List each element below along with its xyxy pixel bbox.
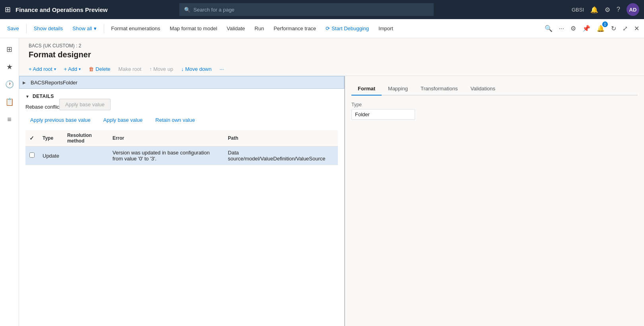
retain-own-value-button[interactable]: Retain own value — [151, 115, 200, 125]
left-sidebar: ⊞ ★ 🕐 📋 ≡ — [0, 38, 19, 326]
toolbar-right-icons: 🔍 ··· ⚙ 📌 🔔 0 ↻ ⤢ ✕ — [543, 23, 641, 34]
sidebar-workspaces-icon[interactable]: 📋 — [2, 94, 17, 110]
details-header[interactable]: ▼ DETAILS — [25, 94, 338, 99]
path-cell: Data source/model/ValueDefinition/ValueS… — [224, 146, 338, 165]
import-button[interactable]: Import — [374, 23, 397, 34]
page-header: BACS (UK CUSTOM) : 2 Format designer — [19, 38, 644, 62]
type-label: Type — [351, 102, 638, 107]
show-all-chevron: ▾ — [94, 25, 97, 31]
add-root-button[interactable]: + Add root ▾ — [25, 64, 59, 74]
type-value: Folder — [351, 109, 415, 120]
search-icon: 🔍 — [184, 7, 190, 13]
show-all-button[interactable]: Show all ▾ — [68, 23, 100, 34]
start-debugging-button[interactable]: ⟳ Start Debugging — [322, 23, 373, 34]
details-collapse-icon: ▼ — [25, 94, 29, 99]
expand-icon: ▶ — [23, 80, 29, 85]
col-type-header: Type — [39, 130, 63, 146]
avatar[interactable]: AD — [627, 3, 639, 16]
make-root-button: Make root — [115, 64, 145, 74]
apply-base-value-popup: Apply base value — [59, 99, 111, 110]
add-root-chevron: ▾ — [54, 67, 56, 71]
delete-button[interactable]: 🗑 Delete — [85, 64, 114, 74]
more-options-button[interactable]: ··· — [216, 64, 227, 74]
validate-button[interactable]: Validate — [223, 23, 249, 34]
move-down-button[interactable]: ↓ Move down — [178, 64, 215, 74]
table-row[interactable]: Update Version was updated in base confi… — [25, 146, 338, 165]
sep1 — [26, 24, 27, 33]
resolution-method-cell — [63, 146, 109, 165]
apply-previous-base-value-button[interactable]: Apply previous base value — [25, 115, 95, 125]
details-section: ▼ DETAILS Rebase conflicts (1) Apply bas… — [19, 89, 344, 170]
save-button[interactable]: Save — [3, 23, 23, 34]
apply-base-value-button[interactable]: Apply base value — [99, 115, 147, 125]
type-cell: Update — [39, 146, 63, 165]
content-split: ▶ BACSReportsFolder ▼ DETAILS Rebase con… — [19, 76, 644, 326]
resolved-cell — [25, 146, 39, 165]
format-tabs: Format Mapping Transformations Validatio… — [351, 82, 638, 96]
action-buttons: Apply base value Apply previous base val… — [25, 115, 338, 125]
add-chevron: ▾ — [79, 67, 81, 71]
breadcrumb: BACS (UK CUSTOM) : 2 — [29, 43, 634, 49]
conflicts-table: ✓ Type Resolution method Error — [25, 130, 338, 165]
move-up-button: ↑ Move up — [146, 64, 177, 74]
col-resolved-header: ✓ — [25, 130, 39, 146]
sidebar-menu-icon[interactable]: ≡ — [2, 111, 17, 127]
more-icon[interactable]: ··· — [557, 23, 566, 34]
add-button[interactable]: + Add ▾ — [61, 64, 84, 74]
search-input[interactable] — [194, 7, 429, 13]
resolved-checkbox[interactable] — [29, 152, 35, 158]
tree-item-label: BACSReportsFolder — [31, 80, 78, 86]
search-icon-toolbar[interactable]: 🔍 — [543, 23, 554, 34]
refresh-icon[interactable]: ↻ — [609, 23, 618, 34]
tab-validations[interactable]: Validations — [464, 82, 502, 96]
select-all-checkbox[interactable]: ✓ — [29, 135, 34, 141]
format-toolbar: + Add root ▾ + Add ▾ 🗑 Delete Make root … — [19, 62, 644, 76]
close-icon[interactable]: ✕ — [632, 23, 641, 34]
user-code: GBSI — [572, 7, 584, 13]
tab-transformations[interactable]: Transformations — [414, 82, 464, 96]
details-title: DETAILS — [33, 94, 54, 99]
main-layout: ⊞ ★ 🕐 📋 ≡ BACS (UK CUSTOM) : 2 Format de… — [0, 38, 644, 326]
grid-icon[interactable]: ⊞ — [5, 5, 11, 14]
map-format-button[interactable]: Map format to model — [166, 23, 221, 34]
top-bar-right: GBSI 🔔 ⚙ ? AD — [572, 3, 639, 16]
pin-icon[interactable]: 📌 — [581, 23, 592, 34]
app-title: Finance and Operations Preview — [16, 6, 108, 13]
performance-trace-button[interactable]: Performance trace — [270, 23, 320, 34]
notification-badge-icon[interactable]: 🔔 0 — [595, 23, 606, 34]
page-title: Format designer — [29, 50, 634, 59]
run-button[interactable]: Run — [250, 23, 268, 34]
col-resolution-method-header: Resolution method — [63, 130, 109, 146]
tab-mapping[interactable]: Mapping — [382, 82, 414, 96]
sidebar-recent-icon[interactable]: 🕐 — [2, 76, 17, 92]
main-toolbar: Save Show details Show all ▾ Format enum… — [0, 19, 644, 38]
expand-icon[interactable]: ⤢ — [621, 23, 629, 34]
col-path-header: Path — [224, 130, 338, 146]
help-icon[interactable]: ? — [617, 6, 620, 13]
col-error-header: Error — [109, 130, 224, 146]
type-property: Type Folder — [351, 102, 638, 120]
format-enumerations-button[interactable]: Format enumerations — [107, 23, 165, 34]
sep2 — [104, 24, 104, 33]
props-panel: Format Mapping Transformations Validatio… — [345, 76, 644, 326]
sidebar-home-icon[interactable]: ⊞ — [2, 41, 17, 57]
content-area: BACS (UK CUSTOM) : 2 Format designer + A… — [19, 38, 644, 326]
error-cell: Version was updated in base configuratio… — [109, 146, 224, 165]
search-bar[interactable]: 🔍 — [179, 3, 434, 16]
top-bar: ⊞ Finance and Operations Preview 🔍 GBSI … — [0, 0, 644, 19]
show-details-button[interactable]: Show details — [30, 23, 67, 34]
tab-format[interactable]: Format — [351, 82, 382, 96]
tree-panel: ▶ BACSReportsFolder ▼ DETAILS Rebase con… — [19, 76, 345, 326]
sidebar-favorites-icon[interactable]: ★ — [2, 59, 17, 75]
bell-icon[interactable]: 🔔 — [590, 6, 598, 14]
settings-icon[interactable]: ⚙ — [569, 23, 578, 34]
gear-icon[interactable]: ⚙ — [605, 6, 610, 14]
tree-item-bacsreportsfolder[interactable]: ▶ BACSReportsFolder — [19, 76, 344, 89]
